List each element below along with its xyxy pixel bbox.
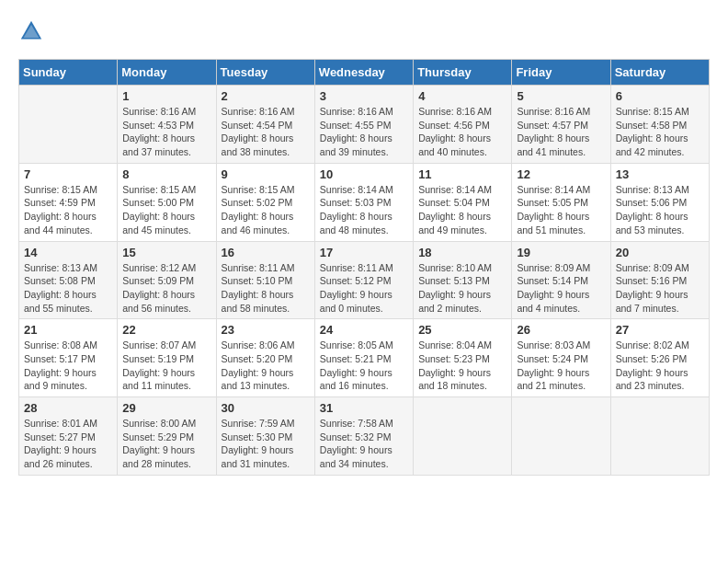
day-cell: 25 Sunrise: 8:04 AMSunset: 5:23 PMDaylig…: [414, 319, 512, 397]
day-number: 29: [122, 401, 210, 415]
day-info: Sunrise: 8:15 AMSunset: 4:58 PMDaylight:…: [616, 105, 704, 159]
logo-icon: [18, 18, 44, 44]
day-number: 1: [122, 89, 210, 103]
day-cell: [610, 397, 709, 476]
day-info: Sunrise: 8:15 AMSunset: 4:59 PMDaylight:…: [24, 183, 112, 237]
column-header-monday: Monday: [118, 60, 216, 86]
day-info: Sunrise: 8:14 AMSunset: 5:05 PMDaylight:…: [517, 183, 605, 237]
day-number: 20: [616, 246, 704, 259]
week-row-4: 21 Sunrise: 8:08 AMSunset: 5:17 PMDaylig…: [19, 319, 710, 397]
day-number: 18: [418, 246, 506, 259]
day-number: 2: [222, 89, 310, 103]
day-cell: 17 Sunrise: 8:11 AMSunset: 5:12 PMDaylig…: [314, 241, 413, 319]
day-number: 7: [24, 167, 112, 181]
day-cell: 4 Sunrise: 8:16 AMSunset: 4:56 PMDayligh…: [414, 86, 512, 164]
day-cell: 21 Sunrise: 8:08 AMSunset: 5:17 PMDaylig…: [19, 319, 118, 397]
day-cell: 27 Sunrise: 8:02 AMSunset: 5:26 PMDaylig…: [610, 319, 709, 397]
day-cell: 7 Sunrise: 8:15 AMSunset: 4:59 PMDayligh…: [19, 163, 118, 241]
day-cell: 23 Sunrise: 8:06 AMSunset: 5:20 PMDaylig…: [216, 319, 314, 397]
day-info: Sunrise: 8:15 AMSunset: 5:02 PMDaylight:…: [222, 183, 310, 237]
day-number: 6: [616, 89, 704, 103]
week-row-5: 28 Sunrise: 8:01 AMSunset: 5:27 PMDaylig…: [19, 397, 710, 476]
day-info: Sunrise: 8:10 AMSunset: 5:13 PMDaylight:…: [418, 261, 506, 316]
day-number: 13: [616, 167, 704, 181]
day-number: 22: [122, 323, 210, 337]
day-number: 30: [222, 401, 310, 415]
day-number: 25: [418, 323, 506, 337]
day-number: 5: [517, 89, 605, 103]
day-cell: 30 Sunrise: 7:59 AMSunset: 5:30 PMDaylig…: [216, 397, 314, 476]
day-info: Sunrise: 8:01 AMSunset: 5:27 PMDaylight:…: [24, 417, 112, 471]
day-info: Sunrise: 8:16 AMSunset: 4:53 PMDaylight:…: [122, 105, 210, 159]
day-number: 17: [320, 246, 408, 259]
column-header-thursday: Thursday: [414, 60, 512, 86]
day-info: Sunrise: 8:11 AMSunset: 5:10 PMDaylight:…: [222, 261, 310, 316]
day-cell: 12 Sunrise: 8:14 AMSunset: 5:05 PMDaylig…: [512, 163, 610, 241]
day-number: 11: [418, 167, 506, 181]
day-info: Sunrise: 8:14 AMSunset: 5:04 PMDaylight:…: [418, 183, 506, 237]
day-info: Sunrise: 8:08 AMSunset: 5:17 PMDaylight:…: [24, 339, 112, 393]
day-cell: 22 Sunrise: 8:07 AMSunset: 5:19 PMDaylig…: [118, 319, 216, 397]
day-cell: 18 Sunrise: 8:10 AMSunset: 5:13 PMDaylig…: [414, 241, 512, 319]
day-cell: 24 Sunrise: 8:05 AMSunset: 5:21 PMDaylig…: [314, 319, 413, 397]
week-row-3: 14 Sunrise: 8:13 AMSunset: 5:08 PMDaylig…: [19, 241, 710, 319]
day-info: Sunrise: 8:12 AMSunset: 5:09 PMDaylight:…: [122, 261, 210, 316]
day-cell: 8 Sunrise: 8:15 AMSunset: 5:00 PMDayligh…: [118, 163, 216, 241]
day-info: Sunrise: 8:11 AMSunset: 5:12 PMDaylight:…: [320, 261, 408, 316]
day-info: Sunrise: 7:59 AMSunset: 5:30 PMDaylight:…: [222, 417, 310, 471]
day-number: 9: [222, 167, 310, 181]
day-number: 23: [222, 323, 310, 337]
day-cell: [19, 86, 118, 164]
day-number: 15: [122, 246, 210, 259]
day-number: 24: [320, 323, 408, 337]
day-info: Sunrise: 8:14 AMSunset: 5:03 PMDaylight:…: [320, 183, 408, 237]
day-number: 12: [517, 167, 605, 181]
day-cell: 11 Sunrise: 8:14 AMSunset: 5:04 PMDaylig…: [414, 163, 512, 241]
day-number: 21: [24, 323, 112, 337]
day-info: Sunrise: 8:16 AMSunset: 4:56 PMDaylight:…: [418, 105, 506, 159]
day-cell: 3 Sunrise: 8:16 AMSunset: 4:55 PMDayligh…: [314, 86, 413, 164]
day-cell: 9 Sunrise: 8:15 AMSunset: 5:02 PMDayligh…: [216, 163, 314, 241]
calendar-table: SundayMondayTuesdayWednesdayThursdayFrid…: [18, 59, 710, 476]
day-cell: 15 Sunrise: 8:12 AMSunset: 5:09 PMDaylig…: [118, 241, 216, 319]
day-number: 28: [24, 401, 112, 415]
column-header-tuesday: Tuesday: [216, 60, 314, 86]
day-number: 26: [517, 323, 605, 337]
day-info: Sunrise: 8:07 AMSunset: 5:19 PMDaylight:…: [122, 339, 210, 393]
week-row-1: 1 Sunrise: 8:16 AMSunset: 4:53 PMDayligh…: [19, 86, 710, 164]
day-info: Sunrise: 8:09 AMSunset: 5:16 PMDaylight:…: [616, 261, 704, 316]
day-info: Sunrise: 8:15 AMSunset: 5:00 PMDaylight:…: [122, 183, 210, 237]
header-row: SundayMondayTuesdayWednesdayThursdayFrid…: [19, 60, 710, 86]
day-number: 8: [122, 167, 210, 181]
logo: [18, 18, 48, 44]
day-cell: 1 Sunrise: 8:16 AMSunset: 4:53 PMDayligh…: [118, 86, 216, 164]
column-header-saturday: Saturday: [610, 60, 709, 86]
day-cell: 5 Sunrise: 8:16 AMSunset: 4:57 PMDayligh…: [512, 86, 610, 164]
column-header-friday: Friday: [512, 60, 610, 86]
day-cell: 26 Sunrise: 8:03 AMSunset: 5:24 PMDaylig…: [512, 319, 610, 397]
page-header: [18, 18, 710, 44]
day-info: Sunrise: 8:13 AMSunset: 5:06 PMDaylight:…: [616, 183, 704, 237]
day-cell: 20 Sunrise: 8:09 AMSunset: 5:16 PMDaylig…: [610, 241, 709, 319]
day-number: 16: [222, 246, 310, 259]
day-number: 31: [320, 401, 408, 415]
day-info: Sunrise: 8:03 AMSunset: 5:24 PMDaylight:…: [517, 339, 605, 393]
day-cell: 16 Sunrise: 8:11 AMSunset: 5:10 PMDaylig…: [216, 241, 314, 319]
day-cell: 13 Sunrise: 8:13 AMSunset: 5:06 PMDaylig…: [610, 163, 709, 241]
day-info: Sunrise: 8:05 AMSunset: 5:21 PMDaylight:…: [320, 339, 408, 393]
day-cell: 10 Sunrise: 8:14 AMSunset: 5:03 PMDaylig…: [314, 163, 413, 241]
day-info: Sunrise: 7:58 AMSunset: 5:32 PMDaylight:…: [320, 417, 408, 471]
day-info: Sunrise: 8:16 AMSunset: 4:57 PMDaylight:…: [517, 105, 605, 159]
day-number: 10: [320, 167, 408, 181]
day-cell: 29 Sunrise: 8:00 AMSunset: 5:29 PMDaylig…: [118, 397, 216, 476]
day-number: 27: [616, 323, 704, 337]
day-cell: 31 Sunrise: 7:58 AMSunset: 5:32 PMDaylig…: [314, 397, 413, 476]
day-number: 4: [418, 89, 506, 103]
day-info: Sunrise: 8:16 AMSunset: 4:55 PMDaylight:…: [320, 105, 408, 159]
day-cell: 2 Sunrise: 8:16 AMSunset: 4:54 PMDayligh…: [216, 86, 314, 164]
day-info: Sunrise: 8:02 AMSunset: 5:26 PMDaylight:…: [616, 339, 704, 393]
column-header-sunday: Sunday: [19, 60, 118, 86]
day-cell: 19 Sunrise: 8:09 AMSunset: 5:14 PMDaylig…: [512, 241, 610, 319]
day-number: 14: [24, 246, 112, 259]
day-cell: [414, 397, 512, 476]
